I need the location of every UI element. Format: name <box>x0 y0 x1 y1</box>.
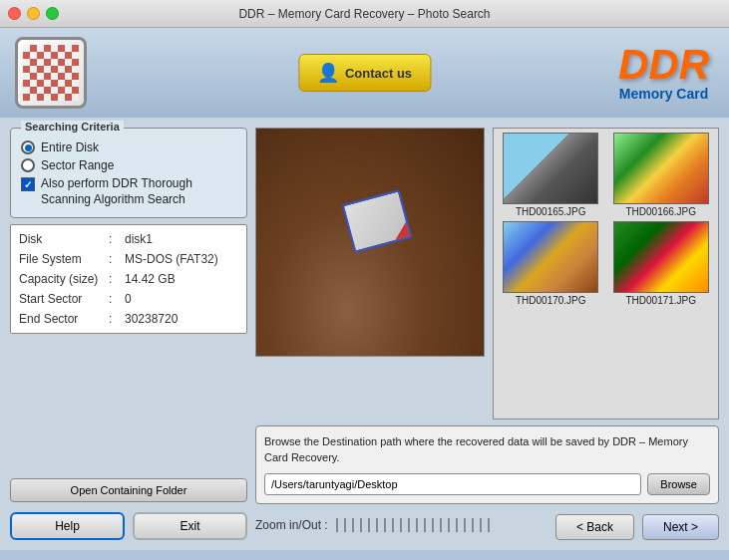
back-button[interactable]: < Back <box>555 514 634 540</box>
sector-range-radio[interactable] <box>21 158 35 172</box>
main-content: Searching Criteria Entire Disk Sector Ra… <box>0 118 729 550</box>
destination-box: Browse the Destination path where the re… <box>255 425 719 504</box>
hand-image <box>256 129 484 356</box>
search-criteria-label: Searching Criteria <box>21 121 124 133</box>
window-controls <box>8 7 59 20</box>
end-sector-value: 30238720 <box>125 312 238 326</box>
navigation-buttons: < Back Next > <box>555 514 719 540</box>
start-sector-key: Start Sector <box>19 292 109 306</box>
zoom-row: Zoom in/Out : <box>255 518 496 532</box>
thumbnail-image <box>613 221 709 293</box>
sector-range-option[interactable]: Sector Range <box>21 158 236 172</box>
table-row: End Sector : 30238720 <box>19 309 238 329</box>
center-panel: THD00165.JPG THD00166.JPG THD00170.JPG T… <box>255 128 719 540</box>
bottom-bar: Zoom in/Out : < Back Next > <box>255 510 719 540</box>
end-sector-colon: : <box>109 312 125 326</box>
list-item[interactable]: THD00171.JPG <box>608 221 715 306</box>
capacity-colon: : <box>109 272 125 286</box>
zoom-slider[interactable] <box>336 518 496 532</box>
disk-value: disk1 <box>125 232 238 246</box>
thumbnail-filename: THD00170.JPG <box>516 295 586 306</box>
list-item[interactable]: THD00166.JPG <box>608 133 715 217</box>
sector-range-label: Sector Range <box>41 158 114 172</box>
exit-button[interactable]: Exit <box>133 512 247 540</box>
destination-description: Browse the Destination path where the re… <box>264 434 710 465</box>
thorough-scan-label: Also perform DDR Thorough Scanning Algor… <box>41 176 236 207</box>
browse-button[interactable]: Browse <box>647 473 710 495</box>
disk-info-table: Disk : disk1 File System : MS-DOS (FAT32… <box>10 224 247 334</box>
ddr-logo: DDR Memory Card <box>618 44 709 102</box>
entire-disk-option[interactable]: Entire Disk <box>21 140 236 154</box>
thorough-scan-checkbox[interactable] <box>21 177 35 191</box>
table-row: Capacity (size) : 14.42 GB <box>19 269 238 289</box>
close-button[interactable] <box>8 7 21 20</box>
main-preview-image <box>255 128 485 357</box>
ddr-title: DDR <box>618 44 709 86</box>
contact-label: Contact us <box>345 66 412 81</box>
maximize-button[interactable] <box>46 7 59 20</box>
bottom-buttons: Help Exit <box>10 512 247 540</box>
title-bar: DDR – Memory Card Recovery – Photo Searc… <box>0 0 729 28</box>
disk-colon: : <box>109 232 125 246</box>
thorough-scan-option[interactable]: Also perform DDR Thorough Scanning Algor… <box>21 176 236 207</box>
thumbnail-image <box>503 221 598 293</box>
capacity-value: 14.42 GB <box>125 272 238 286</box>
app-logo <box>15 37 87 109</box>
zoom-label: Zoom in/Out : <box>255 518 328 532</box>
list-item[interactable]: THD00165.JPG <box>498 133 604 217</box>
search-criteria-box: Searching Criteria Entire Disk Sector Ra… <box>10 128 247 218</box>
destination-path-input[interactable] <box>264 473 641 495</box>
filesystem-key: File System <box>19 252 109 266</box>
start-sector-colon: : <box>109 292 125 306</box>
entire-disk-label: Entire Disk <box>41 140 99 154</box>
card-corner-icon <box>392 222 410 240</box>
contact-button[interactable]: 👤 Contact us <box>298 54 431 92</box>
thumbnail-image <box>503 133 598 204</box>
thumbnail-filename: THD00171.JPG <box>625 295 696 306</box>
entire-disk-radio[interactable] <box>21 140 35 154</box>
help-button[interactable]: Help <box>10 512 125 540</box>
destination-row: Browse <box>264 473 710 495</box>
thumbnail-filename: THD00165.JPG <box>516 206 586 217</box>
open-containing-folder-button[interactable]: Open Containing Folder <box>10 478 247 502</box>
contact-icon: 👤 <box>317 62 339 84</box>
memory-card-image <box>342 189 413 253</box>
start-sector-value: 0 <box>125 292 238 306</box>
disk-key: Disk <box>19 232 109 246</box>
list-item[interactable]: THD00170.JPG <box>498 221 604 306</box>
left-panel: Searching Criteria Entire Disk Sector Ra… <box>10 128 247 540</box>
window-title: DDR – Memory Card Recovery – Photo Searc… <box>238 7 490 21</box>
filesystem-colon: : <box>109 252 125 266</box>
thumbnails-panel: THD00165.JPG THD00166.JPG THD00170.JPG T… <box>493 128 719 420</box>
capacity-key: Capacity (size) <box>19 272 109 286</box>
next-button[interactable]: Next > <box>642 514 719 540</box>
table-row: File System : MS-DOS (FAT32) <box>19 249 238 269</box>
table-row: Disk : disk1 <box>19 229 238 249</box>
ddr-subtitle: Memory Card <box>618 86 709 102</box>
header: 👤 Contact us DDR Memory Card <box>0 28 729 118</box>
end-sector-key: End Sector <box>19 312 109 326</box>
thumbnail-filename: THD00166.JPG <box>625 206 696 217</box>
minimize-button[interactable] <box>27 7 40 20</box>
table-row: Start Sector : 0 <box>19 289 238 309</box>
filesystem-value: MS-DOS (FAT32) <box>125 252 238 266</box>
logo-icon <box>23 45 79 101</box>
thumbnail-image <box>613 133 709 204</box>
